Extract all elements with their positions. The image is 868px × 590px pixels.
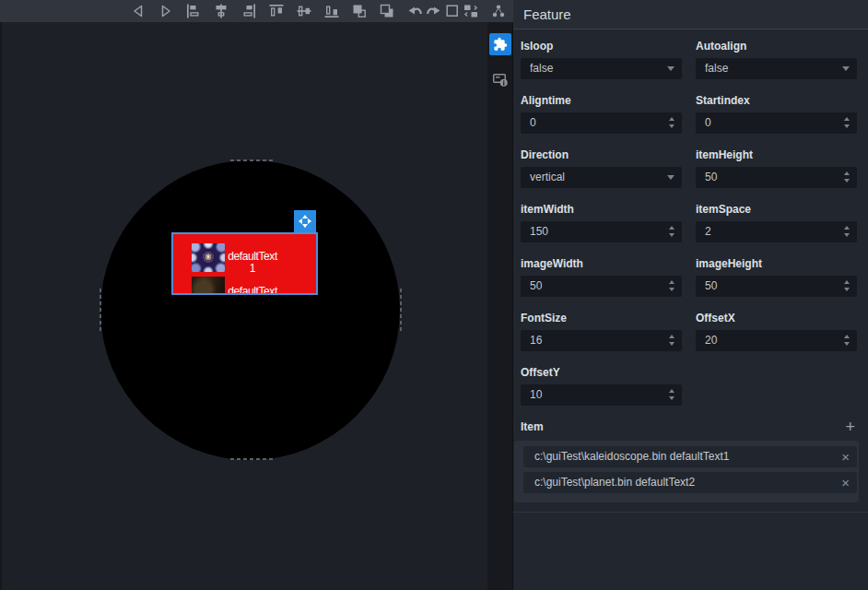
redo-icon[interactable]: [425, 3, 441, 19]
field-itemwidth: itemWidth150: [521, 203, 682, 242]
isloop-value: false: [530, 58, 553, 79]
aligntime-label: Aligntime: [521, 94, 682, 107]
offsety-label: OffsetY: [521, 366, 682, 379]
planet-thumbnail: [192, 277, 225, 295]
itemwidth-stepper[interactable]: 150: [521, 221, 682, 242]
isloop-select[interactable]: false: [521, 58, 682, 79]
imagewidth-label: imageWidth: [521, 257, 682, 270]
square-outline-icon[interactable]: [444, 3, 461, 19]
remove-item-icon[interactable]: ×: [841, 472, 850, 493]
autoalign-value: false: [705, 58, 728, 79]
aligntime-value: 0: [530, 112, 536, 134]
item-row[interactable]: c:\guiTest\planet.bin defaultText2×: [523, 472, 857, 493]
panel-title-text: Feature: [523, 6, 571, 22]
offsety-stepper[interactable]: 10: [521, 384, 682, 406]
align-center-horizontal-icon[interactable]: [213, 3, 229, 19]
field-aligntime: Aligntime0: [521, 94, 682, 134]
spinner-up-icon[interactable]: [669, 389, 674, 393]
feature-tab[interactable]: [489, 33, 511, 55]
prev-triangle-icon[interactable]: [130, 3, 147, 19]
hierarchy-icon[interactable]: [490, 3, 507, 19]
chevron-down-icon: [667, 175, 674, 180]
field-offsety: OffsetY10: [521, 366, 682, 406]
itemwidth-value: 150: [530, 221, 548, 242]
imagewidth-value: 50: [530, 276, 542, 297]
bring-to-front-icon[interactable]: [351, 3, 368, 19]
item-section-label: Item: [521, 420, 544, 433]
spinner-up-icon[interactable]: [669, 117, 674, 121]
selected-list-item[interactable]: defaultText1defaultText2: [171, 232, 318, 295]
offsetx-stepper[interactable]: 20: [696, 330, 857, 351]
spinner-up-icon[interactable]: [844, 171, 850, 175]
align-left-icon[interactable]: [185, 3, 202, 19]
spinner-down-icon[interactable]: [669, 233, 674, 237]
widget-item-text: defaultText1: [226, 251, 279, 275]
selection-dash-top: [230, 159, 273, 161]
canvas[interactable]: defaultText1defaultText2: [0, 22, 487, 590]
align-middle-vertical-icon[interactable]: [296, 3, 312, 19]
field-fontsize: FontSize16: [521, 312, 682, 351]
autoalign-select[interactable]: false: [696, 58, 857, 79]
fontsize-label: FontSize: [521, 312, 682, 324]
move-handle[interactable]: [294, 210, 316, 232]
item-row[interactable]: c:\guiTest\kaleidoscope.bin defaultText1…: [523, 446, 857, 467]
spinner-down-icon[interactable]: [844, 233, 850, 237]
spinner-up-icon[interactable]: [844, 226, 850, 230]
spinner-down-icon[interactable]: [844, 342, 850, 346]
spinner-up-icon[interactable]: [844, 117, 850, 121]
info-tab[interactable]: [491, 70, 510, 88]
field-offsetx: OffsetX20: [696, 312, 857, 351]
spinner-down-icon[interactable]: [844, 288, 850, 291]
widget-item-line2: 1: [226, 263, 279, 275]
circular-list-widget[interactable]: [100, 160, 400, 460]
item-text: c:\guiTest\planet.bin defaultText2: [534, 476, 695, 489]
app-window: defaultText1defaultText2 Feature Isloopf…: [0, 0, 868, 590]
spinner-down-icon[interactable]: [669, 124, 674, 128]
direction-select[interactable]: vertical: [521, 167, 682, 188]
undo-icon[interactable]: [407, 3, 424, 19]
spinner-down-icon[interactable]: [669, 396, 674, 400]
fontsize-stepper[interactable]: 16: [521, 330, 682, 351]
aligntime-stepper[interactable]: 0: [521, 112, 682, 134]
spinner-up-icon[interactable]: [844, 335, 850, 338]
next-triangle-icon[interactable]: [158, 3, 174, 19]
field-autoalign: Autoalignfalse: [696, 40, 857, 79]
offsetx-value: 20: [705, 330, 717, 351]
spinner-down-icon[interactable]: [669, 288, 674, 291]
imagewidth-stepper[interactable]: 50: [521, 276, 682, 297]
chevron-down-icon: [842, 66, 850, 71]
align-top-icon[interactable]: [268, 3, 285, 19]
spinner-up-icon[interactable]: [669, 335, 674, 338]
startindex-value: 0: [705, 112, 711, 134]
direction-label: Direction: [521, 148, 682, 161]
section-divider: [513, 512, 868, 513]
itemheight-value: 50: [705, 167, 717, 188]
toolbar: [0, 0, 513, 22]
spinner-up-icon[interactable]: [669, 280, 674, 284]
selection-dash-bottom: [230, 458, 273, 460]
imageheight-stepper[interactable]: 50: [696, 276, 857, 297]
spinner-down-icon[interactable]: [844, 124, 850, 128]
send-to-back-icon[interactable]: [379, 3, 395, 19]
swap-layout-icon[interactable]: [463, 3, 479, 19]
align-bottom-icon[interactable]: [323, 3, 340, 19]
itemheight-label: itemHeight: [696, 148, 857, 161]
selection-dash-left: [100, 289, 101, 331]
startindex-stepper[interactable]: 0: [696, 112, 857, 134]
itemheight-stepper[interactable]: 50: [696, 167, 857, 188]
spinner-down-icon[interactable]: [844, 179, 850, 183]
remove-item-icon[interactable]: ×: [841, 446, 850, 467]
spinner-up-icon[interactable]: [844, 280, 850, 284]
add-item-button[interactable]: +: [845, 420, 855, 433]
itemspace-stepper[interactable]: 2: [696, 221, 857, 242]
itemspace-value: 2: [705, 221, 711, 242]
spinner-up-icon[interactable]: [669, 226, 674, 230]
spinner-down-icon[interactable]: [669, 342, 674, 346]
properties-panel: Feature IsloopfalseAutoalignfalseAlignti…: [513, 0, 868, 590]
item-text: c:\guiTest\kaleidoscope.bin defaultText1: [534, 450, 729, 463]
align-right-icon[interactable]: [240, 3, 257, 19]
imageheight-value: 50: [705, 276, 717, 297]
field-isloop: Isloopfalse: [521, 40, 682, 79]
fontsize-value: 16: [530, 330, 542, 351]
direction-value: vertical: [530, 167, 565, 188]
